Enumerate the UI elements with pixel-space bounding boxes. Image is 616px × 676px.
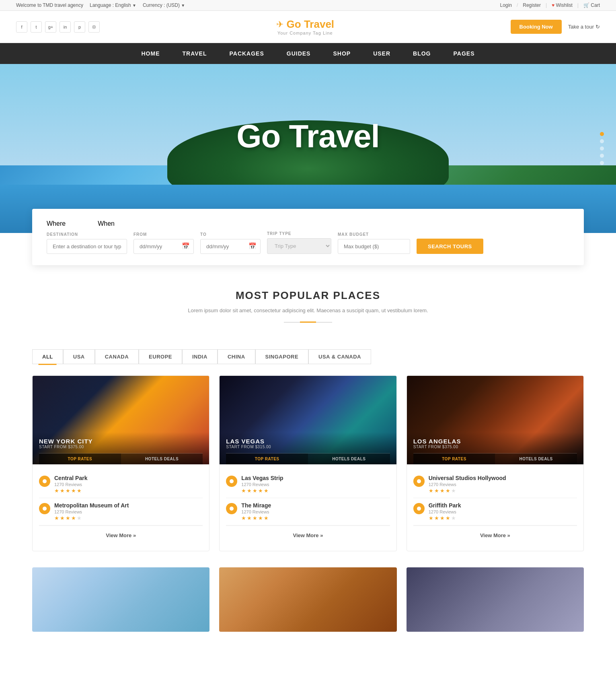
hero-dot-5[interactable]	[600, 161, 604, 165]
nyc-stars-1: ★ ★ ★ ★ ★	[54, 488, 203, 494]
filter-usa-canada[interactable]: USA & CANADA	[308, 349, 371, 364]
card-image-lv: LAS VEGAS START FROM $315.00 TOP RATES H…	[220, 376, 396, 464]
star-empty: ★	[451, 515, 456, 521]
star: ★	[60, 488, 65, 494]
nav-pages[interactable]: PAGES	[442, 43, 486, 64]
lv-place-name-1: Las Vegas Strip	[241, 475, 390, 481]
nav-travel[interactable]: TRAVEL	[171, 43, 218, 64]
la-top-rates-tab[interactable]: TOP RATES	[413, 453, 495, 464]
star: ★	[66, 515, 70, 521]
twitter-icon[interactable]: t	[31, 21, 42, 33]
logo-tagline: Your Company Tag Line	[276, 31, 335, 35]
other-social-icon[interactable]: ◎	[88, 21, 100, 33]
la-stars-2: ★ ★ ★ ★ ★	[429, 515, 577, 521]
la-view-more-link[interactable]: View More »	[480, 532, 510, 538]
logo: ✈ Go Travel Your Company Tag Line	[276, 18, 335, 35]
la-place-dot-1	[413, 476, 425, 487]
lv-place-name-2: The Mirage	[241, 502, 390, 509]
filter-china[interactable]: CHINA	[218, 349, 255, 364]
main-navigation: HOME TRAVEL PACKAGES GUIDES SHOP USER BL…	[0, 43, 616, 64]
nyc-top-rates-tab[interactable]: TOP RATES	[39, 453, 121, 464]
language-selector[interactable]: Language : English ▼	[90, 2, 136, 8]
nyc-hotels-tab[interactable]: HOTELS DEALS	[121, 453, 203, 464]
trip-type-select[interactable]: Trip Type	[267, 238, 331, 254]
when-label: When	[98, 220, 115, 227]
la-place-2: Griffith Park 1270 Reviews ★ ★ ★ ★ ★	[413, 498, 577, 526]
star: ★	[54, 515, 59, 521]
la-hotels-tab[interactable]: HOTELS DEALS	[495, 453, 577, 464]
facebook-icon[interactable]: f	[16, 21, 27, 33]
lv-hotels-tab[interactable]: HOTELS DEALS	[308, 453, 390, 464]
star: ★	[440, 515, 445, 521]
star: ★	[429, 488, 433, 494]
star: ★	[258, 488, 263, 494]
star: ★	[241, 488, 246, 494]
nyc-place-name-1: Central Park	[54, 475, 203, 481]
nav-guides[interactable]: GUIDES	[275, 43, 322, 64]
search-box: Where When DESTINATION FROM 📅 TO 📅 TRIP …	[32, 209, 584, 265]
lv-card-content: Las Vegas Strip 1270 Reviews ★ ★ ★ ★ ★ T…	[220, 464, 396, 551]
hero-dot-1[interactable]	[600, 132, 604, 136]
la-reviews-1: 1270 Reviews	[429, 482, 577, 487]
star: ★	[258, 515, 263, 521]
destination-input[interactable]	[47, 239, 127, 254]
star: ★	[247, 515, 252, 521]
lv-view-more-link[interactable]: View More »	[293, 532, 323, 538]
booking-now-button[interactable]: Booking Now	[511, 20, 562, 34]
nyc-view-more-link[interactable]: View More »	[106, 532, 136, 538]
filter-singapore[interactable]: SINGAPORE	[255, 349, 309, 364]
trip-type-label: TRIP TYPE	[267, 231, 331, 236]
nav-shop[interactable]: SHOP	[322, 43, 362, 64]
login-link[interactable]: Login	[500, 2, 512, 8]
nyc-reviews-1: 1270 Reviews	[54, 482, 203, 487]
la-place-info-2: Griffith Park 1270 Reviews ★ ★ ★ ★ ★	[429, 502, 577, 521]
where-label: Where	[47, 220, 66, 227]
welcome-text: Welcome to TMD travel agency	[16, 2, 83, 8]
lv-place-dot-1	[226, 476, 237, 487]
la-overlay: LOS ANGELAS START FROM $375.00 TOP RATES…	[407, 432, 583, 464]
bottom-card-1[interactable]	[32, 567, 209, 632]
filter-europe[interactable]: EUROPE	[139, 349, 182, 364]
star: ★	[440, 488, 445, 494]
lv-top-rates-tab[interactable]: TOP RATES	[226, 453, 308, 464]
nyc-view-more: View More »	[39, 526, 203, 544]
filter-canada[interactable]: CANADA	[95, 349, 139, 364]
cart-link[interactable]: 🛒 Cart	[583, 2, 600, 8]
budget-field: MAX BUDGET	[338, 232, 410, 254]
star: ★	[54, 488, 59, 494]
card-las-vegas: LAS VEGAS START FROM $315.00 TOP RATES H…	[219, 375, 396, 551]
star: ★	[71, 488, 76, 494]
la-place-1: Universal Studios Hollywood 1270 Reviews…	[413, 471, 577, 498]
pinterest-icon[interactable]: p	[74, 21, 85, 33]
budget-input[interactable]	[338, 239, 410, 254]
filter-usa[interactable]: USA	[63, 349, 95, 364]
google-plus-icon[interactable]: g+	[45, 21, 56, 33]
take-a-tour-link[interactable]: Take a tour ↻	[568, 24, 600, 30]
instagram-icon[interactable]: in	[60, 21, 71, 33]
currency-selector[interactable]: Currency : (USD) ▼	[143, 2, 185, 8]
hero-dot-4[interactable]	[600, 154, 604, 158]
filter-india[interactable]: INDIA	[182, 349, 218, 364]
search-labels: Where When	[47, 220, 569, 227]
nav-packages[interactable]: PACKAGES	[218, 43, 275, 64]
filter-all[interactable]: ALL	[32, 349, 63, 364]
bottom-card-2[interactable]	[219, 567, 396, 632]
hero-dot-2[interactable]	[600, 139, 604, 143]
lv-stars-1: ★ ★ ★ ★ ★	[241, 488, 390, 494]
wishlist-link[interactable]: ♥ Wishlist	[552, 2, 573, 8]
hero-title: Go Travel	[236, 118, 380, 155]
bottom-card-3[interactable]	[407, 567, 584, 632]
nyc-overlay: NEW YORK CITY START FROM $375.00 TOP RAT…	[33, 432, 209, 464]
search-tours-button[interactable]: SEARCH TOURS	[417, 239, 483, 254]
nav-blog[interactable]: BLOG	[402, 43, 442, 64]
lv-city-name: LAS VEGAS	[226, 438, 390, 445]
header: f t g+ in p ◎ ✈ Go Travel Your Company T…	[0, 11, 616, 43]
star: ★	[253, 488, 257, 494]
lv-place-info-2: The Mirage 1270 Reviews ★ ★ ★ ★ ★	[241, 502, 390, 521]
nav-home[interactable]: HOME	[130, 43, 171, 64]
budget-label: MAX BUDGET	[338, 232, 410, 237]
lv-place-dot-2	[226, 503, 237, 514]
hero-dot-3[interactable]	[600, 146, 604, 150]
nav-user[interactable]: USER	[362, 43, 402, 64]
register-link[interactable]: Register	[523, 2, 541, 8]
